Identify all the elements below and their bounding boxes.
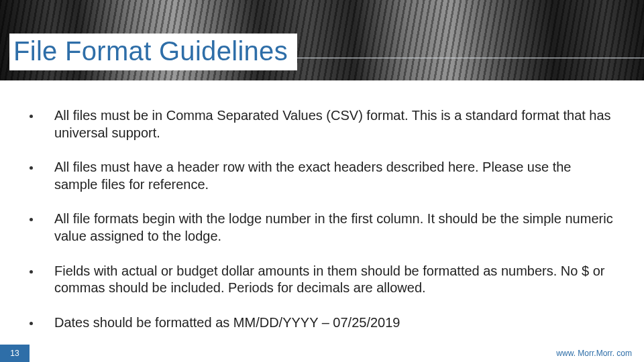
bullet-icon [30, 166, 33, 170]
bullet-text: Fields with actual or budget dollar amou… [54, 263, 617, 297]
title-divider [268, 58, 644, 58]
footer-url: www. Morr.Morr. com [556, 349, 632, 358]
list-item: Dates should be formatted as MM/DD/YYYY … [27, 314, 617, 332]
slide-title: File Format Guidelines [13, 36, 288, 66]
page-number: 13 [0, 345, 30, 362]
title-container: File Format Guidelines [9, 34, 297, 70]
slide: File Format Guidelines All files must be… [0, 0, 644, 362]
bullet-text: All files must be in Comma Separated Val… [54, 107, 617, 141]
bullet-text: Dates should be formatted as MM/DD/YYYY … [54, 314, 400, 332]
list-item: All files must be in Comma Separated Val… [27, 107, 617, 141]
bullet-icon [30, 270, 33, 274]
bullet-list: All files must be in Comma Separated Val… [27, 107, 617, 349]
bullet-text: All files must have a header row with th… [54, 159, 617, 193]
list-item: All files must have a header row with th… [27, 159, 617, 193]
list-item: Fields with actual or budget dollar amou… [27, 263, 617, 297]
bullet-icon [30, 322, 33, 325]
bullet-text: All file formats begin with the lodge nu… [54, 210, 617, 245]
bullet-icon [30, 218, 33, 221]
bullet-icon [30, 115, 33, 118]
list-item: All file formats begin with the lodge nu… [27, 210, 617, 245]
